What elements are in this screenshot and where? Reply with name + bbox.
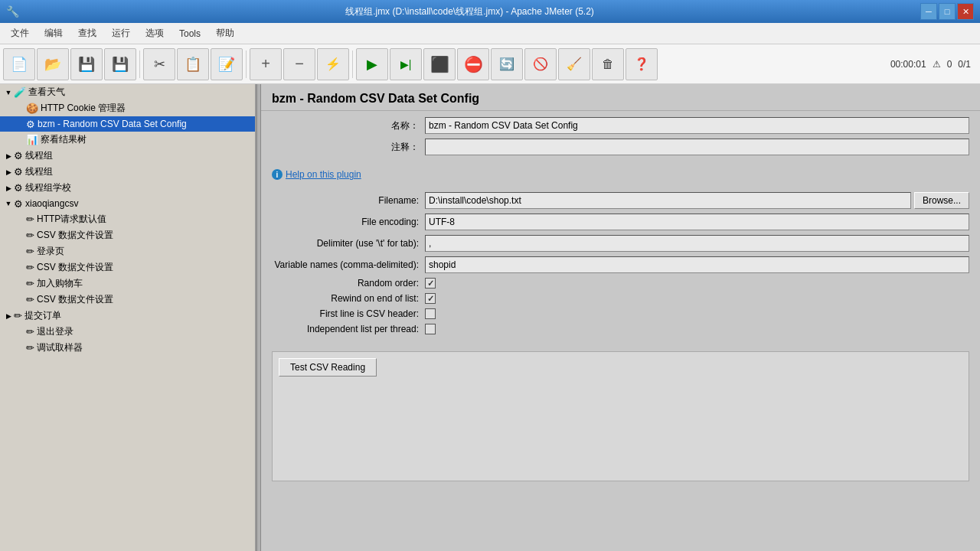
browse-button[interactable]: Browse... (914, 192, 969, 209)
stop-button[interactable]: ⬛ (423, 48, 456, 80)
debug-icon: ✏ (26, 342, 34, 354)
varnames-label: Variable names (comma-delimited): (272, 259, 425, 270)
tree-item-xiancheng-1[interactable]: ▶ ⚙ 线程组 (0, 148, 255, 164)
menu-edit[interactable]: 编辑 (37, 24, 70, 43)
toggle-icon[interactable]: ▶ (3, 184, 14, 192)
tree-item-tijiao-dingdan[interactable]: ▶ ✏ 提交订单 (0, 308, 255, 324)
random-order-row: Random order: (272, 278, 969, 289)
separator-3 (352, 51, 353, 78)
warning-icon: ⚠ (933, 59, 941, 70)
menu-options[interactable]: 选项 (138, 24, 172, 43)
tree-item-http-cookie[interactable]: 🍪 HTTP Cookie 管理器 (0, 100, 255, 116)
filename-input-wrap: Browse... (425, 192, 969, 209)
delimiter-input[interactable] (425, 235, 969, 252)
tree-item-csv-1[interactable]: ✏ CSV 数据文件设置 (0, 227, 255, 243)
xiaoqiang-icon: ⚙ (14, 198, 23, 210)
tree-item-xiancheng-2[interactable]: ▶ ⚙ 线程组 (0, 164, 255, 180)
tree-item-chakan-jieguo[interactable]: 📊 察看结果树 (0, 132, 255, 148)
first-line-row: First line is CSV header: (272, 308, 969, 319)
tree-item-xuexiao[interactable]: ▶ ⚙ 线程组学校 (0, 180, 255, 196)
tree-label: 线程组 (25, 165, 53, 178)
tree-item-bzm-random[interactable]: ⚙ bzm - Random CSV Data Set Config (0, 116, 255, 132)
varnames-input[interactable] (425, 256, 969, 273)
toggle-icon[interactable]: ▶ (3, 312, 14, 320)
start-no-pause-button[interactable]: ▶| (390, 48, 422, 80)
run-remote-button[interactable]: 🔄 (491, 48, 523, 80)
independent-checkbox[interactable] (425, 324, 436, 334)
cut-button[interactable]: ✂ (143, 48, 175, 80)
encoding-row: File encoding: (272, 214, 969, 230)
name-input[interactable] (425, 117, 969, 134)
remote-stop-button[interactable]: 🚫 (524, 48, 557, 80)
start-button[interactable]: ▶ (356, 48, 388, 80)
tree-label: 调试取样器 (37, 341, 83, 354)
menu-run[interactable]: 运行 (104, 24, 138, 43)
menu-help[interactable]: 帮助 (208, 24, 242, 43)
save-template-button[interactable]: 💾 (70, 48, 103, 80)
first-line-checkbox[interactable] (425, 308, 436, 319)
independent-row: Independent list per thread: (272, 324, 969, 334)
paste-button[interactable]: 📝 (211, 48, 243, 80)
test-csv-button[interactable]: Test CSV Reading (279, 358, 377, 377)
app-icon: 🔧 (6, 5, 19, 18)
menu-file[interactable]: 文件 (3, 24, 37, 43)
tree-item-jia-gou-wu-che[interactable]: ✏ 加入购物车 (0, 276, 255, 292)
toggle-icon[interactable]: ▶ (3, 152, 14, 160)
tree-item-http-qingqiu[interactable]: ✏ HTTP请求默认值 (0, 211, 255, 227)
shutdown-button[interactable]: ⛔ (457, 48, 489, 80)
maximize-button[interactable]: □ (939, 3, 956, 20)
tree-label: CSV 数据文件设置 (37, 293, 113, 306)
tree-label: HTTP请求默认值 (37, 213, 106, 226)
clear-button[interactable]: 🧹 (558, 48, 590, 80)
help-link[interactable]: i Help on this plugin (272, 169, 969, 180)
rewind-checkbox[interactable] (425, 293, 436, 304)
comment-input[interactable] (425, 139, 969, 155)
csv-icon: ⚙ (26, 119, 35, 130)
test-plan-icon: 🧪 (14, 86, 26, 98)
tree-item-csv-3[interactable]: ✏ CSV 数据文件设置 (0, 292, 255, 308)
properties-button[interactable]: ⚡ (317, 48, 349, 80)
tree-item-tuichu-denglu[interactable]: ✏ 退出登录 (0, 324, 255, 340)
tree-label: 察看结果树 (41, 133, 87, 146)
encoding-input[interactable] (425, 214, 969, 230)
warning-count: 0 (947, 59, 952, 70)
add-button[interactable]: + (250, 48, 282, 80)
new-button[interactable]: 📄 (3, 48, 35, 80)
tree-item-csv-2[interactable]: ✏ CSV 数据文件设置 (0, 259, 255, 276)
save-button[interactable]: 💾 (104, 48, 136, 80)
varnames-row: Variable names (comma-delimited): (272, 256, 969, 273)
login-icon: ✏ (26, 246, 34, 257)
tree-label: 加入购物车 (37, 277, 83, 290)
tree-item-denglu-ye[interactable]: ✏ 登录页 (0, 243, 255, 259)
random-order-checkbox[interactable] (425, 278, 436, 289)
remove-button[interactable]: − (283, 48, 315, 80)
tree-item-tiaoshi[interactable]: ✏ 调试取样器 (0, 340, 255, 356)
open-button[interactable]: 📂 (37, 48, 69, 80)
csv2-icon: ✏ (26, 262, 34, 273)
comment-row: 注释： (272, 139, 969, 155)
main-layout: ▼ 🧪 查看天气 🍪 HTTP Cookie 管理器 ⚙ bzm - Rando… (0, 84, 980, 551)
minimize-button[interactable]: ─ (920, 3, 937, 20)
tree-label: 线程组 (25, 149, 53, 162)
copy-button[interactable]: 📋 (177, 48, 209, 80)
thread-icon-2: ⚙ (14, 166, 23, 178)
separator-2 (246, 51, 247, 78)
tree-item-chakan-tianqi[interactable]: ▼ 🧪 查看天气 (0, 84, 255, 100)
tree-label: xiaoqiangcsv (25, 198, 78, 209)
clear-all-button[interactable]: 🗑 (592, 48, 624, 80)
help-button[interactable]: ❓ (626, 48, 658, 80)
toggle-icon[interactable]: ▼ (3, 89, 14, 96)
filename-input[interactable] (425, 192, 911, 209)
help-icon: i (272, 169, 283, 180)
toggle-icon[interactable]: ▶ (3, 168, 14, 176)
elapsed-time: 00:00:01 (890, 59, 926, 70)
toolbar: 📄 📂 💾 💾 ✂ 📋 📝 + − ⚡ ▶ ▶| ⬛ ⛔ 🔄 🚫 🧹 🗑 ❓ 0… (0, 44, 980, 84)
filename-row: Filename: Browse... (272, 192, 969, 209)
right-panel: bzm - Random CSV Data Set Config 名称： 注释：… (261, 84, 980, 551)
close-button[interactable]: ✕ (957, 3, 974, 20)
tree-item-xiaoqiangcsv[interactable]: ▼ ⚙ xiaoqiangcsv (0, 196, 255, 211)
logout-icon: ✏ (26, 326, 34, 337)
menu-tools[interactable]: Tools (172, 25, 208, 42)
menu-search[interactable]: 查找 (70, 24, 104, 43)
toggle-icon[interactable]: ▼ (3, 200, 14, 207)
